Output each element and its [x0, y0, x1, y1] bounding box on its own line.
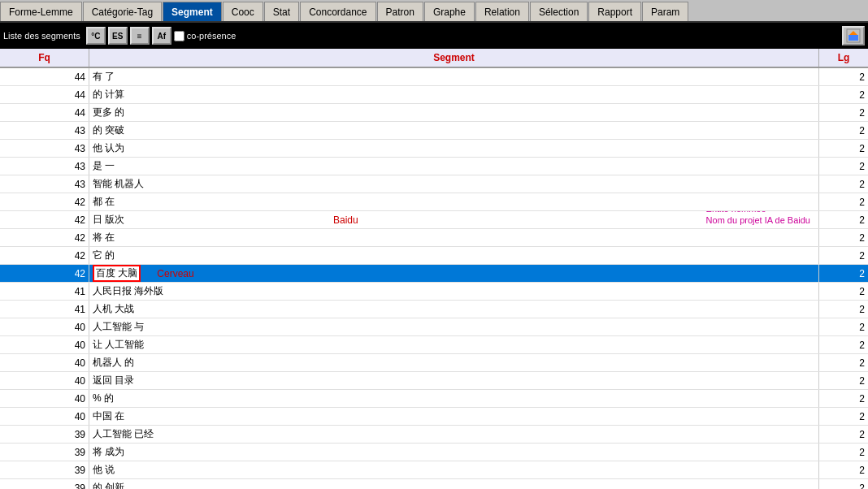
toolbar-btn-grid[interactable]: ≡ — [130, 27, 150, 45]
cell-fq: 42 — [0, 193, 89, 210]
table-row[interactable]: 42它 的2 — [0, 247, 868, 265]
cell-fq: 40 — [0, 336, 89, 353]
cell-fq: 40 — [0, 372, 89, 389]
table-row[interactable]: 42百度 大脑Cerveau2 — [0, 265, 868, 283]
table-row[interactable]: 43他 认为2 — [0, 140, 868, 158]
cell-segment: 将 成为 — [89, 444, 819, 461]
cell-lg: 2 — [819, 86, 868, 103]
tab-bar: Forme-Lemme Catégorie-Tag Segment Cooc S… — [0, 0, 868, 23]
cell-fq: 43 — [0, 122, 89, 139]
segment-text: 人工智能 已经 — [93, 427, 154, 441]
cell-lg: 2 — [819, 158, 868, 175]
segment-text: 是 一 — [93, 159, 115, 173]
table-row[interactable]: 41人民日报 海外版2 — [0, 283, 868, 301]
svg-rect-1 — [848, 35, 858, 41]
tab-param[interactable]: Param — [642, 2, 688, 21]
cell-segment: 的 计算 — [89, 86, 819, 103]
toolbar-export-button[interactable] — [842, 26, 865, 45]
tab-concordance[interactable]: Concordance — [300, 2, 375, 21]
table-row[interactable]: 40让 人工智能2 — [0, 336, 868, 354]
table-container: Fq Segment Lg 44有 了244的 计算244更多 的243的 突破… — [0, 49, 868, 489]
segment-text: 将 成为 — [93, 445, 124, 459]
toolbar-btn-af[interactable]: Af — [152, 27, 171, 45]
segment-text: 智能 机器人 — [93, 177, 144, 191]
table-row[interactable]: 43是 一2 — [0, 158, 868, 175]
cell-segment: 人机 大战 — [89, 301, 819, 318]
table-row[interactable]: 44更多 的2 — [0, 104, 868, 122]
cell-segment: 机器人 的 — [89, 354, 819, 371]
cell-segment: 它 的 — [89, 247, 819, 264]
copresence-label: co-présence — [187, 31, 237, 41]
table-row[interactable]: 42日 版次BaiduEntité nomméeNom du projet IA… — [0, 211, 868, 229]
segment-text: 他 认为 — [93, 141, 124, 155]
cell-fq: 43 — [0, 140, 89, 157]
segment-text: 将 在 — [93, 231, 115, 244]
segment-text: 他 说 — [93, 463, 115, 477]
cell-fq: 42 — [0, 265, 89, 282]
cell-fq: 41 — [0, 301, 89, 318]
cell-fq: 42 — [0, 247, 89, 264]
table-row[interactable]: 42都 在2 — [0, 193, 868, 211]
segment-text: 的 计算 — [93, 88, 124, 102]
cell-lg: 2 — [819, 104, 868, 121]
table-row[interactable]: 40% 的2 — [0, 390, 868, 408]
tab-relation[interactable]: Relation — [475, 2, 529, 21]
tab-segment[interactable]: Segment — [163, 2, 222, 21]
copresence-checkbox[interactable] — [174, 31, 184, 41]
table-row[interactable]: 44有 了2 — [0, 68, 868, 86]
tab-graphe[interactable]: Graphe — [424, 2, 475, 21]
table-row[interactable]: 39他 说2 — [0, 461, 868, 479]
cell-fq: 40 — [0, 318, 89, 335]
table-row[interactable]: 42将 在2 — [0, 229, 868, 247]
table-row[interactable]: 39人工智能 已经2 — [0, 426, 868, 444]
table-row[interactable]: 40中国 在2 — [0, 408, 868, 426]
table-row[interactable]: 39的 创新2 — [0, 479, 868, 489]
table-row[interactable]: 40人工智能 与2 — [0, 318, 868, 336]
export-icon — [846, 28, 861, 43]
cell-fq: 40 — [0, 354, 89, 371]
cell-lg: 2 — [819, 444, 868, 461]
segment-text: 中国 在 — [93, 409, 124, 423]
table-row[interactable]: 39将 成为2 — [0, 444, 868, 461]
cell-lg: 2 — [819, 390, 868, 407]
cell-segment: 百度 大脑Cerveau — [89, 265, 819, 282]
table-row[interactable]: 41人机 大战2 — [0, 301, 868, 318]
cell-lg: 2 — [819, 265, 868, 282]
segment-text: 有 了 — [93, 70, 115, 84]
table-row[interactable]: 44的 计算2 — [0, 86, 868, 104]
annotation-block: Entité nomméeNom du projet IA de Baidu — [706, 211, 810, 227]
table-body[interactable]: 44有 了244的 计算244更多 的243的 突破243他 认为243是 一2… — [0, 68, 868, 489]
cell-fq: 42 — [0, 229, 89, 246]
cell-segment: 是 一 — [89, 158, 819, 175]
toolbar-btn-es[interactable]: ES — [108, 27, 128, 45]
tab-stat[interactable]: Stat — [264, 2, 299, 21]
tab-forme-lemme[interactable]: Forme-Lemme — [0, 2, 82, 21]
tab-selection[interactable]: Sélection — [530, 2, 588, 21]
cell-lg: 2 — [819, 408, 868, 425]
tab-patron[interactable]: Patron — [377, 2, 423, 21]
tab-rapport[interactable]: Rapport — [588, 2, 641, 21]
col-header-lg: Lg — [819, 49, 868, 67]
cell-segment: 将 在 — [89, 229, 819, 246]
segment-text: 人工智能 与 — [93, 320, 144, 334]
cell-segment: 他 说 — [89, 461, 819, 478]
cell-segment: 的 创新 — [89, 479, 819, 489]
segment-text: 日 版次 — [93, 213, 124, 227]
cell-fq: 39 — [0, 426, 89, 443]
table-row[interactable]: 43智能 机器人2 — [0, 175, 868, 193]
tab-categorie-tag[interactable]: Catégorie-Tag — [83, 2, 162, 21]
table-row[interactable]: 40返回 目录2 — [0, 372, 868, 390]
toolbar-btn-celsius[interactable]: °C — [86, 27, 106, 45]
cell-segment: 返回 目录 — [89, 372, 819, 389]
table-row[interactable]: 40机器人 的2 — [0, 354, 868, 372]
cell-segment: 更多 的 — [89, 104, 819, 121]
cell-fq: 41 — [0, 283, 89, 300]
segment-text: 机器人 的 — [93, 356, 134, 370]
cell-fq: 40 — [0, 390, 89, 407]
toolbar-label: Liste des segments — [3, 31, 80, 41]
cell-fq: 39 — [0, 461, 89, 478]
baidu-label: Baidu — [333, 214, 358, 226]
table-row[interactable]: 43的 突破2 — [0, 122, 868, 140]
cell-segment: % 的 — [89, 390, 819, 407]
tab-cooc[interactable]: Cooc — [223, 2, 263, 21]
